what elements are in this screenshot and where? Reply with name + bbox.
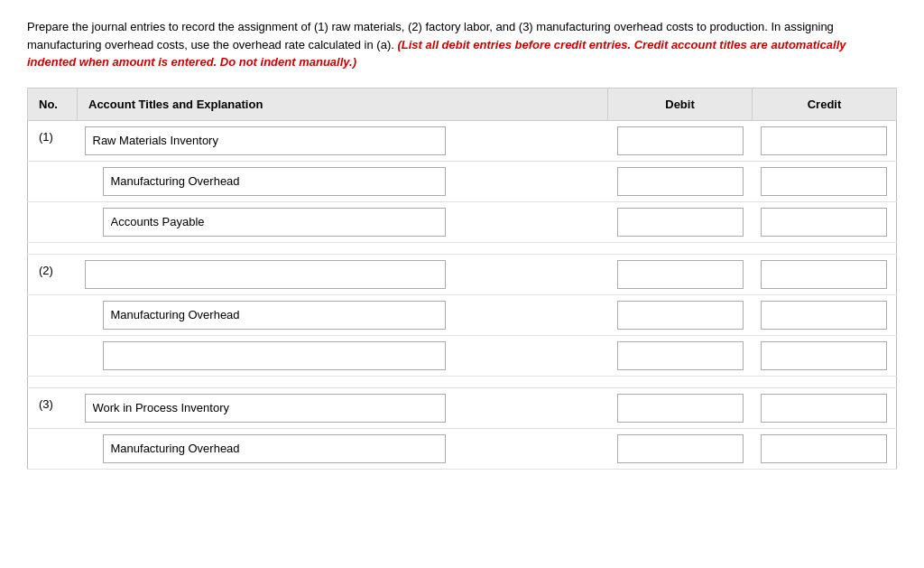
debit-cell xyxy=(608,294,753,335)
debit-cell xyxy=(608,335,753,376)
credit-cell xyxy=(753,387,897,428)
debit-input[interactable] xyxy=(617,341,744,370)
table-row xyxy=(28,428,897,469)
credit-input[interactable] xyxy=(761,167,887,196)
credit-input[interactable] xyxy=(761,260,887,289)
credit-input[interactable] xyxy=(761,126,887,155)
debit-cell xyxy=(608,201,753,242)
account-title-input[interactable] xyxy=(103,167,446,196)
account-title-cell xyxy=(78,387,608,428)
debit-input[interactable] xyxy=(617,208,744,237)
entry-number-cell: (3) xyxy=(28,387,78,428)
account-title-cell xyxy=(78,201,608,242)
account-title-cell xyxy=(78,428,608,469)
debit-input[interactable] xyxy=(617,394,744,423)
credit-input[interactable] xyxy=(761,394,887,423)
entry-number-cell: (2) xyxy=(28,254,78,294)
account-title-input[interactable] xyxy=(103,341,446,370)
credit-cell xyxy=(753,254,897,294)
account-title-input[interactable] xyxy=(85,260,446,289)
entry-number-cell: (1) xyxy=(28,120,78,161)
spacer-row xyxy=(28,376,897,387)
credit-cell xyxy=(753,161,897,201)
entry-number-cell xyxy=(28,428,78,469)
account-title-input[interactable] xyxy=(103,301,446,330)
debit-input[interactable] xyxy=(617,260,744,289)
entry-number-cell xyxy=(28,161,78,201)
table-row xyxy=(28,201,897,242)
debit-cell xyxy=(608,254,753,294)
account-title-cell xyxy=(78,335,608,376)
credit-input[interactable] xyxy=(761,434,887,463)
debit-cell xyxy=(608,161,753,201)
credit-cell xyxy=(753,201,897,242)
table-header-row: No. Account Titles and Explanation Debit… xyxy=(28,88,897,120)
debit-input[interactable] xyxy=(617,301,744,330)
account-title-cell xyxy=(78,161,608,201)
table-row xyxy=(28,335,897,376)
table-row: (3) xyxy=(28,387,897,428)
credit-input[interactable] xyxy=(761,341,887,370)
debit-cell xyxy=(608,387,753,428)
header-account: Account Titles and Explanation xyxy=(78,88,608,120)
credit-cell xyxy=(753,335,897,376)
account-title-input[interactable] xyxy=(103,434,446,463)
table-row: (2) xyxy=(28,254,897,294)
account-title-input[interactable] xyxy=(85,126,446,155)
account-title-cell xyxy=(78,254,608,294)
header-credit: Credit xyxy=(753,88,897,120)
instructions-text: Prepare the journal entries to record th… xyxy=(27,18,897,71)
account-title-cell xyxy=(78,294,608,335)
journal-table: No. Account Titles and Explanation Debit… xyxy=(27,88,897,470)
page-container: Prepare the journal entries to record th… xyxy=(0,0,924,488)
header-no: No. xyxy=(28,88,78,120)
table-row xyxy=(28,161,897,201)
debit-input[interactable] xyxy=(617,167,744,196)
account-title-input[interactable] xyxy=(103,208,446,237)
credit-cell xyxy=(753,120,897,161)
credit-input[interactable] xyxy=(761,208,887,237)
table-row xyxy=(28,294,897,335)
debit-input[interactable] xyxy=(617,126,744,155)
account-title-input[interactable] xyxy=(85,394,446,423)
entry-number-cell xyxy=(28,335,78,376)
credit-cell xyxy=(753,428,897,469)
spacer-row xyxy=(28,242,897,254)
debit-cell xyxy=(608,120,753,161)
account-title-cell xyxy=(78,120,608,161)
debit-cell xyxy=(608,428,753,469)
credit-input[interactable] xyxy=(761,301,887,330)
header-debit: Debit xyxy=(608,88,753,120)
table-row: (1) xyxy=(28,120,897,161)
entry-number-cell xyxy=(28,294,78,335)
debit-input[interactable] xyxy=(617,434,744,463)
entry-number-cell xyxy=(28,201,78,242)
credit-cell xyxy=(753,294,897,335)
